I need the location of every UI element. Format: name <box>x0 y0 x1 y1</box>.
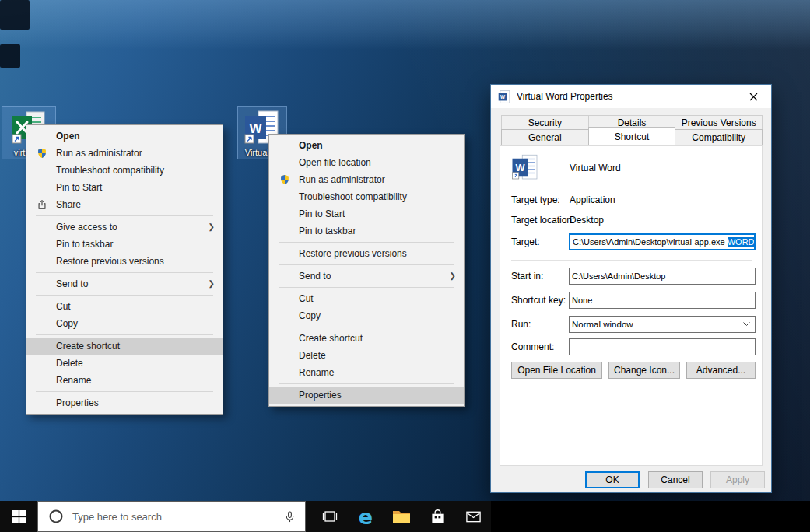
blank-icon <box>279 292 291 305</box>
tab-general[interactable]: General <box>501 129 589 146</box>
file-explorer-button[interactable] <box>384 501 419 532</box>
file-explorer-icon <box>392 509 411 524</box>
menu-item-properties[interactable]: Properties <box>26 394 223 411</box>
mail-button[interactable] <box>455 501 491 532</box>
taskbar-empty-area[interactable] <box>491 501 810 532</box>
windows-logo-icon <box>12 510 26 523</box>
menu-item-label: Delete <box>56 358 202 369</box>
menu-item-label: Properties <box>299 390 444 401</box>
menu-item-pin-to-taskbar[interactable]: Pin to taskbar <box>269 222 464 240</box>
menu-item-share[interactable]: Share <box>26 196 223 213</box>
menu-item-open-file-location[interactable]: Open file location <box>269 154 464 171</box>
menu-separator <box>279 264 454 265</box>
store-icon <box>430 509 445 524</box>
divider <box>511 187 752 187</box>
menu-item-give-access-to[interactable]: Give access to❯ <box>26 219 223 236</box>
change-icon-button[interactable]: Change Icon... <box>608 362 680 379</box>
target-path-text: C:\Users\Admin\Desktop\virtual-app.exe <box>573 237 728 247</box>
menu-item-label: Restore previous versions <box>56 256 202 267</box>
shortcut-key-label: Shortcut key: <box>511 295 566 306</box>
edge-button[interactable]: e <box>348 501 384 532</box>
run-label: Run: <box>511 319 531 330</box>
task-view-button[interactable] <box>312 501 348 532</box>
submenu-arrow-icon: ❯ <box>209 219 215 236</box>
start-in-input[interactable]: C:\Users\Admin\Desktop <box>569 268 756 285</box>
start-button[interactable] <box>0 501 37 532</box>
partial-desktop-icon[interactable] <box>0 44 20 68</box>
menu-item-copy[interactable]: Copy <box>269 307 464 324</box>
blank-icon <box>279 247 291 260</box>
blank-icon <box>36 278 48 290</box>
dialog-titlebar[interactable]: W Virtual Word Properties <box>491 85 771 108</box>
word-document-icon: W <box>498 90 511 103</box>
store-button[interactable] <box>419 501 455 532</box>
blank-icon <box>279 270 291 282</box>
menu-item-send-to[interactable]: Send to❯ <box>269 268 464 285</box>
shield-icon <box>279 173 291 186</box>
menu-item-copy[interactable]: Copy <box>26 315 223 332</box>
menu-item-troubleshoot-compatibility[interactable]: Troubleshoot compatibility <box>26 162 223 179</box>
run-value: Normal window <box>572 320 633 329</box>
menu-item-delete[interactable]: Delete <box>269 347 464 364</box>
task-view-icon <box>322 509 338 523</box>
blank-icon <box>36 255 48 268</box>
apply-button[interactable]: Apply <box>710 471 765 488</box>
menu-item-open[interactable]: Open <box>269 137 464 154</box>
menu-item-label: Pin to taskbar <box>299 226 444 236</box>
menu-item-cut[interactable]: Cut <box>26 298 223 315</box>
menu-item-pin-to-start[interactable]: Pin to Start <box>269 205 464 222</box>
menu-item-pin-to-start[interactable]: Pin to Start <box>26 179 223 196</box>
tab-strip-front: GeneralShortcutCompatibility <box>501 129 762 146</box>
blank-icon <box>279 366 291 379</box>
cancel-button[interactable]: Cancel <box>648 471 703 488</box>
blank-icon <box>279 389 291 401</box>
microphone-icon[interactable] <box>284 510 296 523</box>
menu-item-label: Pin to Start <box>299 208 444 219</box>
menu-item-run-as-administrator[interactable]: Run as administrator <box>269 171 464 188</box>
menu-item-create-shortcut[interactable]: Create shortcut <box>269 330 464 347</box>
menu-item-restore-previous-versions[interactable]: Restore previous versions <box>269 245 464 262</box>
menu-separator <box>279 287 454 288</box>
advanced-button[interactable]: Advanced... <box>686 362 756 379</box>
open-file-location-button[interactable]: Open File Location <box>511 362 602 379</box>
ok-button[interactable]: OK <box>585 471 640 488</box>
tab-compatibility[interactable]: Compatibility <box>675 129 763 146</box>
menu-item-label: Open <box>299 140 444 151</box>
menu-item-rename[interactable]: Rename <box>26 372 223 389</box>
menu-separator <box>279 242 454 243</box>
target-input[interactable]: C:\Users\Admin\Desktop\virtual-app.exe W… <box>569 233 756 250</box>
blank-icon <box>279 310 291 322</box>
svg-text:W: W <box>500 93 505 99</box>
run-dropdown[interactable]: Normal window <box>569 316 756 333</box>
menu-item-delete[interactable]: Delete <box>26 355 223 372</box>
menu-item-send-to[interactable]: Send to❯ <box>26 275 223 292</box>
close-button[interactable] <box>736 85 771 108</box>
menu-item-troubleshoot-compatibility[interactable]: Troubleshoot compatibility <box>269 188 464 205</box>
taskbar-search-box[interactable]: Type here to search <box>37 501 306 532</box>
menu-item-pin-to-taskbar[interactable]: Pin to taskbar <box>26 236 223 253</box>
submenu-arrow-icon: ❯ <box>450 268 456 285</box>
target-selected-text: WORD <box>728 237 755 247</box>
menu-item-run-as-administrator[interactable]: Run as administrator <box>26 145 223 162</box>
menu-item-restore-previous-versions[interactable]: Restore previous versions <box>26 253 223 270</box>
menu-item-label: Rename <box>299 367 444 378</box>
menu-item-label: Pin to taskbar <box>56 239 202 250</box>
menu-item-label: Cut <box>299 293 444 304</box>
menu-item-label: Pin to Start <box>56 182 202 193</box>
menu-item-properties[interactable]: Properties <box>269 387 464 404</box>
blank-icon <box>279 191 291 203</box>
menu-item-cut[interactable]: Cut <box>269 290 464 307</box>
tab-shortcut[interactable]: Shortcut <box>588 127 676 146</box>
start-in-label: Start in: <box>511 271 543 282</box>
blank-icon <box>36 317 48 330</box>
shortcut-key-input[interactable]: None <box>569 292 756 309</box>
menu-item-open[interactable]: Open <box>26 128 223 145</box>
menu-item-rename[interactable]: Rename <box>269 364 464 381</box>
blank-icon <box>279 332 291 345</box>
comment-input[interactable] <box>569 338 756 355</box>
menu-item-label: Rename <box>56 375 202 386</box>
search-placeholder: Type here to search <box>72 511 284 523</box>
menu-item-create-shortcut[interactable]: Create shortcut <box>26 338 223 355</box>
partial-desktop-icon[interactable] <box>0 0 30 30</box>
blank-icon <box>279 225 291 237</box>
